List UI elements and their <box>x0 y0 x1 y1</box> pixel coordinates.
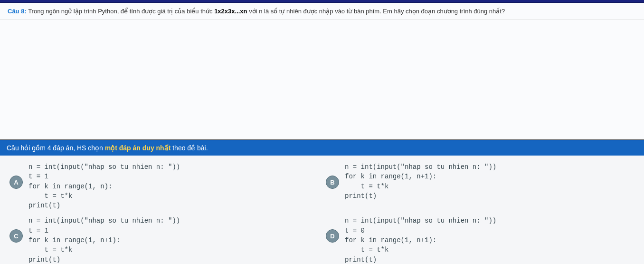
question-number-label: Câu 8: <box>8 8 27 15</box>
answer-option-d[interactable]: D n = int(input("nhap so tu nhien n: "))… <box>322 213 638 264</box>
question-text-2: với n là số tự nhiên được nhập vào từ bà… <box>249 8 505 15</box>
answers-container: A n = int(input("nhap so tu nhien n: "))… <box>0 156 644 264</box>
code-block-b: n = int(input("nhap so tu nhien n: ")) f… <box>345 162 496 201</box>
code-block-c: n = int(input("nhap so tu nhien n: ")) t… <box>28 216 180 264</box>
answer-option-a[interactable]: A n = int(input("nhap so tu nhien n: "))… <box>6 159 322 213</box>
option-badge-a[interactable]: A <box>9 176 23 189</box>
code-block-d: n = int(input("nhap so tu nhien n: ")) t… <box>345 216 496 264</box>
answer-option-b[interactable]: B n = int(input("nhap so tu nhien n: "))… <box>322 159 638 213</box>
question-text-1: Trong ngôn ngữ lập trình Python, để tính… <box>28 8 212 15</box>
question-header: Câu 8: Trong ngôn ngữ lập trình Python, … <box>0 3 644 20</box>
option-badge-d[interactable]: D <box>326 229 339 243</box>
answer-option-c[interactable]: C n = int(input("nhap so tu nhien n: "))… <box>6 213 322 264</box>
question-formula: 1x2x3x...xn <box>214 8 247 15</box>
option-badge-b[interactable]: B <box>326 176 339 189</box>
instruction-suffix: theo đề bài. <box>172 144 208 152</box>
instruction-prefix: Câu hỏi gồm 4 đáp án, HS chọn <box>7 144 103 152</box>
instruction-bar: Câu hỏi gồm 4 đáp án, HS chọn một đáp án… <box>0 140 644 156</box>
instruction-highlight: một đáp án duy nhất <box>105 144 171 152</box>
question-body-area <box>0 20 644 140</box>
option-badge-c[interactable]: C <box>9 229 23 243</box>
code-block-a: n = int(input("nhap so tu nhien n: ")) t… <box>28 162 180 210</box>
